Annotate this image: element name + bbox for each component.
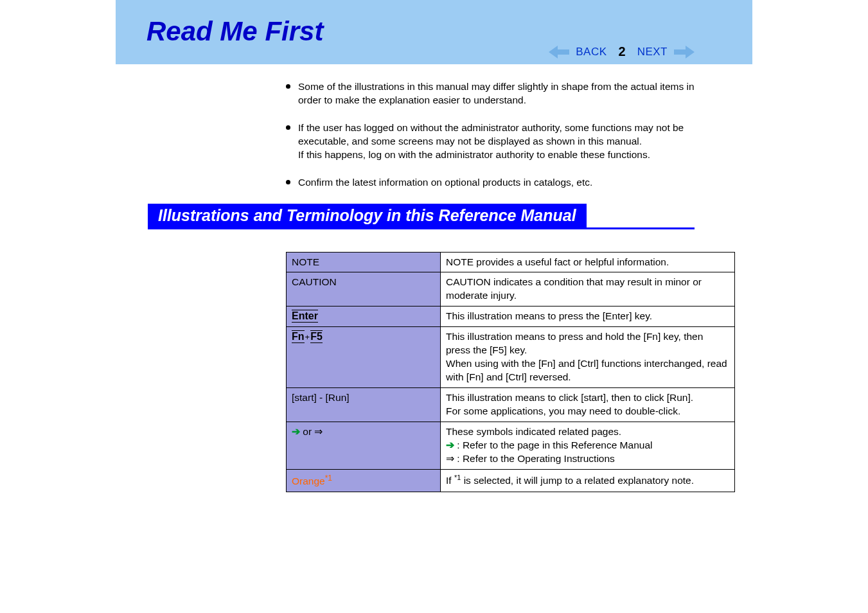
table-desc-cell: This illustration means to press the [En…: [441, 306, 735, 327]
green-arrow-icon: ➔: [446, 440, 454, 450]
table-row: Orange*1 If *1 is selected, it will jump…: [287, 469, 735, 492]
table-label-cell: NOTE: [287, 252, 441, 272]
back-arrow-icon[interactable]: [549, 46, 569, 58]
desc-text: is selected, it will jump to a related e…: [461, 475, 694, 486]
or-text: or: [300, 426, 314, 437]
next-arrow-icon[interactable]: [674, 46, 695, 58]
desc-line: This illustration means to click [start]…: [446, 392, 693, 403]
bullet-icon: [286, 125, 290, 130]
table-label-cell: ➔ or ⇒: [287, 422, 441, 469]
bullet-icon: [286, 84, 290, 89]
enter-key-icon: Enter: [292, 310, 318, 323]
orange-link[interactable]: Orange: [292, 475, 325, 486]
table-row: Enter This illustration means to press t…: [287, 306, 735, 327]
bullet-item: Some of the illustrations in this manual…: [286, 80, 701, 107]
double-arrow-icon: ⇒: [446, 453, 454, 464]
terminology-table: NOTE NOTE provides a useful fact or help…: [286, 252, 735, 492]
bullet-list: Some of the illustrations in this manual…: [286, 80, 701, 190]
desc-line: These symbols indicated related pages.: [446, 426, 621, 437]
table-row: CAUTION CAUTION indicates a condition th…: [287, 272, 735, 306]
bullet-text-line: If this happens, log on with the adminis…: [298, 148, 701, 162]
desc-line: : Refer to the Operating Instructions: [454, 453, 615, 464]
desc-text: If: [446, 475, 454, 486]
bullet-text: If the user has logged on without the ad…: [298, 121, 701, 162]
plus-sign: +: [305, 332, 310, 342]
bullet-text: Confirm the latest information on option…: [298, 176, 701, 190]
table-row: Fn+F5 This illustration means to press a…: [287, 327, 735, 388]
svg-marker-0: [549, 46, 569, 58]
desc-line: When using with the [Fn] and [Ctrl] func…: [446, 358, 727, 382]
table-desc-cell: NOTE provides a useful fact or helpful i…: [441, 252, 735, 272]
desc-line: This illustration means to press and hol…: [446, 331, 703, 355]
table-label-cell: [start] - [Run]: [287, 387, 441, 422]
nav-bar: BACK 2 NEXT: [549, 44, 695, 59]
fn-key-icon: Fn: [292, 330, 305, 343]
table-desc-cell: These symbols indicated related pages. ➔…: [441, 422, 735, 469]
back-link[interactable]: BACK: [576, 46, 607, 58]
table-desc-cell: CAUTION indicates a condition that may r…: [441, 272, 735, 306]
bullet-icon: [286, 180, 290, 184]
superscript-ref: *1: [454, 474, 461, 481]
table-label-cell: Orange*1: [287, 469, 441, 492]
section-header-wrap: Illustrations and Terminology in this Re…: [116, 204, 752, 229]
f5-key-icon: F5: [310, 330, 323, 343]
double-arrow-icon: ⇒: [314, 426, 323, 437]
bullet-text-line: If the user has logged on without the ad…: [298, 122, 684, 147]
desc-line: : Refer to the page in this Reference Ma…: [454, 440, 652, 450]
orange-superscript[interactable]: *1: [325, 474, 332, 483]
page-container: Read Me First BACK 2 NEXT Some of the il…: [0, 0, 868, 492]
next-link[interactable]: NEXT: [637, 46, 668, 58]
table-row: [start] - [Run] This illustration means …: [287, 387, 735, 422]
table-row: ➔ or ⇒ These symbols indicated related p…: [287, 422, 735, 469]
table-label-cell: Fn+F5: [287, 327, 441, 388]
table-desc-cell: This illustration means to press and hol…: [441, 327, 735, 388]
green-arrow-icon: ➔: [292, 426, 300, 437]
page-title: Read Me First: [116, 13, 752, 47]
svg-marker-1: [674, 46, 695, 58]
table-desc-cell: If *1 is selected, it will jump to a rel…: [441, 469, 735, 492]
desc-line: For some applications, you may need to d…: [446, 405, 680, 416]
bullet-text: Some of the illustrations in this manual…: [298, 80, 701, 107]
table-row: NOTE NOTE provides a useful fact or help…: [287, 252, 735, 272]
table-label-cell: Enter: [287, 306, 441, 327]
bullet-item: If the user has logged on without the ad…: [286, 121, 701, 162]
table-desc-cell: This illustration means to click [start]…: [441, 387, 735, 422]
table-label-cell: CAUTION: [287, 272, 441, 306]
section-heading: Illustrations and Terminology in this Re…: [148, 204, 587, 227]
content-area: Some of the illustrations in this manual…: [116, 64, 752, 492]
bullet-item: Confirm the latest information on option…: [286, 176, 701, 190]
page-number: 2: [619, 44, 626, 59]
header-band: Read Me First BACK 2 NEXT: [116, 0, 752, 64]
section-underline: [148, 227, 695, 229]
